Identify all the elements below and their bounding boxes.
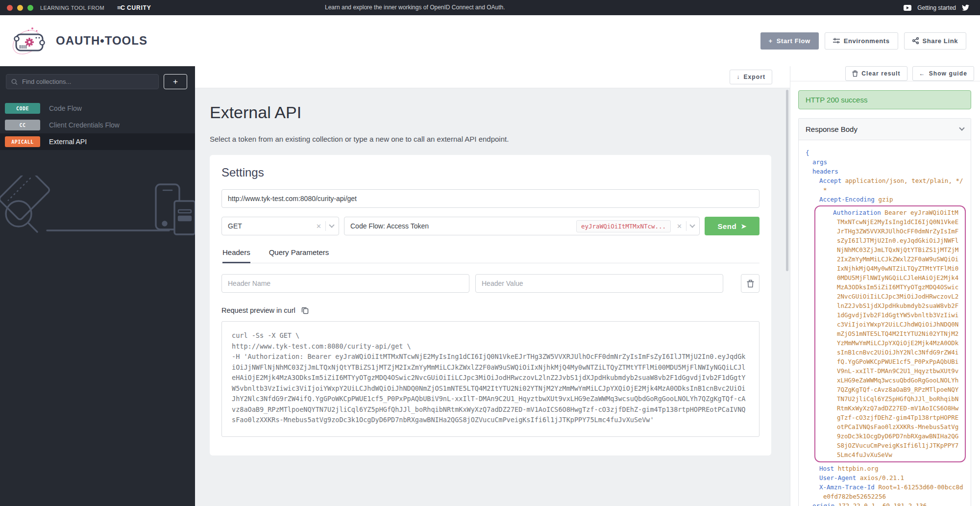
download-icon: ↓ — [736, 74, 740, 80]
json-entry-headers: headers — [802, 167, 966, 176]
result-panel: Clear result ← Show guide HTTP 200 succe… — [790, 66, 980, 506]
json-key: Host — [819, 465, 834, 472]
curity-logo[interactable]: ≡C CURITY — [117, 4, 151, 11]
collection-label: Code Flow — [49, 104, 82, 112]
json-value: 172.22.0.1, 69.181.2.136 — [834, 502, 927, 506]
sliders-icon — [833, 38, 840, 44]
page-subtitle: Select a token from an existing collecti… — [210, 135, 772, 143]
header-name-input[interactable] — [221, 274, 469, 293]
collection-badge: CC — [5, 120, 40, 130]
json-entry-user-agent: User-Agent axios/0.21.1 — [802, 473, 966, 482]
export-button[interactable]: ↓ Export — [730, 70, 772, 84]
oauth-tools-logo[interactable]: OAUTH•TOOLS — [11, 25, 147, 57]
chevron-down-icon[interactable] — [329, 222, 334, 228]
json-key: headers — [812, 168, 838, 175]
collection-item-code-flow[interactable]: CODECode Flow — [0, 100, 195, 117]
clear-result-button[interactable]: Clear result — [845, 66, 907, 81]
json-key: origin — [812, 502, 834, 506]
http-method-select[interactable]: GET ✕ — [221, 217, 339, 235]
json-entry-accept: Accept application/json, text/plain, */* — [802, 176, 966, 195]
curl-command-preview: curl -Ss -X GET \ http://www.tyk-test.co… — [221, 321, 760, 437]
collection-badge: CODE — [5, 103, 40, 114]
share-link-button[interactable]: Share Link — [904, 32, 966, 50]
send-button[interactable]: Send ➤ — [705, 217, 760, 235]
close-window-icon[interactable] — [7, 5, 13, 11]
tab-headers[interactable]: Headers — [222, 248, 250, 263]
json-entry-args: args — [802, 157, 966, 167]
search-input[interactable] — [22, 78, 153, 85]
json-value: axios/0.21.1 — [856, 474, 904, 481]
collections-search[interactable] — [6, 74, 159, 89]
collection-label: External API — [49, 138, 87, 146]
json-key: User-Agent — [819, 474, 856, 481]
json-brace: { — [802, 148, 966, 157]
start-flow-button[interactable]: + Start Flow — [760, 32, 819, 50]
json-value: gzip — [875, 196, 893, 203]
maximize-window-icon[interactable] — [27, 5, 33, 11]
minimize-window-icon[interactable] — [17, 5, 23, 11]
share-icon — [912, 37, 919, 44]
api-call-illustration — [0, 176, 195, 239]
json-value: Bearer eyJraWQiOiItMTMxNTcwNjE2MyIsIng1d… — [837, 209, 958, 458]
json-key: Accept — [819, 177, 841, 184]
token-select[interactable]: Code Flow: Access Token eyJraWQiOiItMTMx… — [344, 217, 700, 235]
chevron-down-icon[interactable] — [689, 222, 695, 228]
collection-label: Client Credentials Flow — [49, 121, 120, 129]
collection-badge: APICALL — [5, 136, 40, 147]
response-body-section: Response Body {argsheadersAccept applica… — [798, 118, 971, 506]
json-value: application/json, text/plain, */* — [823, 177, 963, 194]
clear-method-icon[interactable]: ✕ — [316, 223, 321, 230]
curity-logo-icon: ≡C — [117, 4, 124, 11]
app-header: OAUTH•TOOLS + Start Flow Environments Sh… — [0, 15, 980, 66]
json-key: X-Amzn-Trace-Id — [819, 483, 875, 491]
twitter-icon[interactable] — [962, 4, 969, 11]
settings-heading: Settings — [221, 166, 760, 179]
chevron-down-icon — [959, 125, 964, 130]
endpoint-url-input[interactable] — [221, 189, 760, 208]
trash-icon — [852, 70, 858, 77]
http-status-banner: HTTP 200 success — [798, 90, 971, 109]
curl-preview-label: Request preview in curl — [221, 306, 295, 314]
json-key: Authorization — [833, 209, 881, 216]
tab-query-parameters[interactable]: Query Parameters — [269, 248, 329, 263]
request-tabs: HeadersQuery Parameters — [221, 248, 760, 263]
plus-icon: + — [769, 37, 773, 45]
logo-wordmark: OAUTH•TOOLS — [56, 34, 147, 48]
authorization-token-highlight: Authorization Bearer eyJraWQiOiItMTMxNTc… — [814, 205, 966, 462]
json-entry-host: Host httpbin.org — [802, 464, 966, 473]
json-value: httpbin.org — [834, 465, 878, 472]
oauth-tools-logo-icon — [11, 25, 49, 57]
collection-item-client-credentials-flow[interactable]: CCClient Credentials Flow — [0, 117, 195, 133]
trash-icon — [747, 279, 754, 288]
environments-button[interactable]: Environments — [825, 32, 898, 50]
settings-card: Settings GET ✕ Code Flow: Access Token — [210, 155, 771, 455]
json-key: args — [812, 158, 827, 166]
json-entry-origin: origin 172.22.0.1, 69.181.2.136 — [802, 501, 966, 506]
response-json: {argsheadersAccept application/json, tex… — [799, 140, 971, 506]
youtube-play-icon[interactable] — [904, 5, 911, 11]
learning-tool-label: LEARNING TOOL FROM — [40, 5, 104, 11]
os-title-bar: LEARNING TOOL FROM ≡C CURITY Learn and e… — [0, 0, 980, 15]
main-scrollbar[interactable] — [786, 90, 788, 271]
send-arrow-icon: ➤ — [741, 223, 746, 230]
collection-item-external-api[interactable]: APICALLExternal API — [0, 133, 195, 150]
response-body-toggle[interactable]: Response Body — [799, 119, 971, 140]
delete-header-button[interactable] — [741, 274, 760, 293]
json-entry-x-amzn-trace-id: X-Amzn-Trace-Id Root=1-61253d60-00bcc8de… — [802, 482, 966, 501]
json-key: Accept-Encoding — [819, 196, 875, 203]
app-tagline: Learn and explore the inner workings of … — [325, 4, 505, 11]
collections-sidebar: + CODECode FlowCCClient Credentials Flow… — [0, 66, 195, 506]
header-value-input[interactable] — [475, 274, 723, 293]
arrow-left-icon: ← — [919, 70, 926, 77]
show-guide-button[interactable]: ← Show guide — [912, 66, 974, 81]
window-controls[interactable] — [7, 5, 33, 11]
clear-token-icon[interactable]: ✕ — [677, 223, 682, 230]
copy-icon — [301, 306, 309, 314]
json-entry-accept-encoding: Accept-Encoding gzip — [802, 195, 966, 204]
add-collection-button[interactable]: + — [164, 74, 187, 89]
copy-curl-button[interactable] — [301, 306, 309, 314]
access-token-chip[interactable]: eyJraWQiOiItMTMxNTcw... — [576, 220, 671, 232]
getting-started-link[interactable]: Getting started — [917, 4, 956, 11]
page-title: External API — [210, 103, 772, 122]
collections-list: CODECode FlowCCClient Credentials FlowAP… — [0, 100, 195, 150]
